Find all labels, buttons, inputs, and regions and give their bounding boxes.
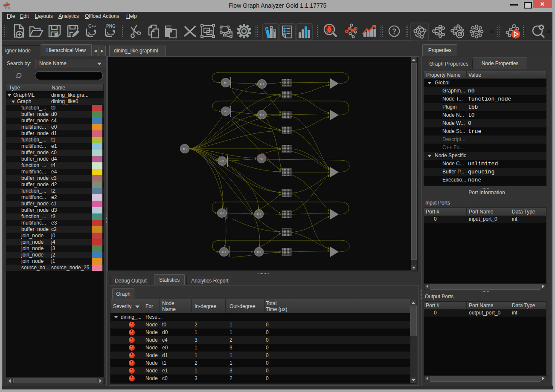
svg-text:PNG: PNG bbox=[106, 24, 116, 29]
svg-text:≡(): ≡() bbox=[220, 160, 224, 163]
svg-text:≡(): ≡() bbox=[257, 251, 261, 254]
svg-text:C++: C++ bbox=[88, 24, 96, 29]
svg-text:≡(): ≡() bbox=[222, 251, 226, 254]
svg-text:≡(): ≡() bbox=[259, 158, 263, 160]
svg-text:≡(): ≡() bbox=[260, 83, 264, 86]
svg-text:≡(): ≡() bbox=[257, 213, 261, 216]
svg-text:≡(): ≡() bbox=[224, 110, 227, 113]
svg-text:?: ? bbox=[392, 28, 396, 35]
svg-text:≡(): ≡() bbox=[183, 148, 186, 150]
svg-text:≡(): ≡() bbox=[224, 82, 227, 84]
svg-text:≡(): ≡() bbox=[260, 114, 264, 116]
svg-text:≡(): ≡() bbox=[220, 212, 224, 215]
